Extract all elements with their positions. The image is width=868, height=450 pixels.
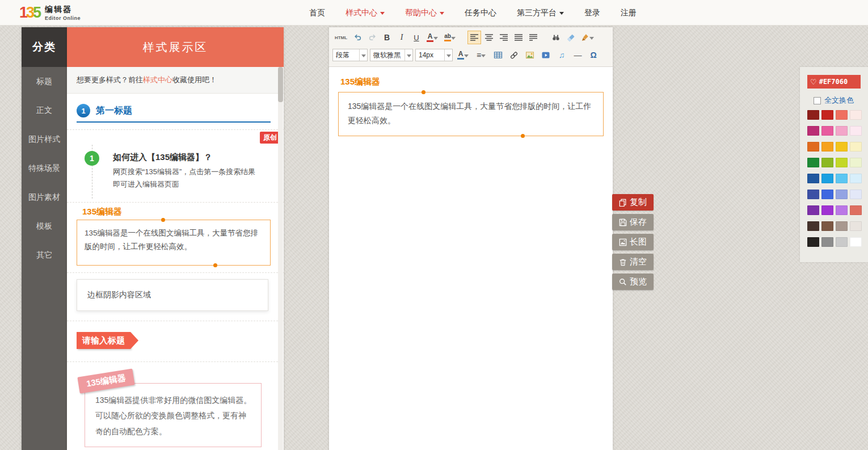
horizontal-rule-button[interactable]: — (571, 48, 584, 62)
style-item-shadow-box[interactable]: 边框阴影内容区域 (77, 279, 268, 311)
nav-item-register[interactable]: 注册 (621, 8, 637, 18)
nav-item-style-center[interactable]: 样式中心 (345, 8, 385, 18)
color-swatch[interactable] (850, 190, 862, 199)
color-swatch[interactable] (821, 221, 833, 231)
color-swatch[interactable] (821, 110, 833, 120)
color-swatch[interactable] (821, 126, 833, 136)
copy-button[interactable]: 复制 (612, 194, 654, 211)
editor-canvas[interactable]: 135编辑器 135编辑器是一个在线图文编辑工具，大量节省您排版的时间，让工作更… (329, 67, 613, 449)
font-size-select[interactable]: 14px (415, 49, 453, 61)
color-swatch[interactable] (836, 158, 848, 167)
drag-handle-top[interactable] (422, 90, 425, 94)
current-color-bar[interactable]: ♡ #EF7060 (807, 75, 861, 89)
nav-item-login[interactable]: 登录 (584, 8, 600, 18)
color-swatch[interactable] (807, 110, 819, 120)
align-justify-button[interactable] (512, 31, 525, 44)
align-right-button[interactable] (497, 31, 511, 44)
long-image-button[interactable]: 长图 (612, 234, 654, 250)
color-swatch[interactable] (836, 237, 848, 247)
line-height-button[interactable]: ≡ (473, 48, 489, 62)
color-swatch[interactable] (850, 110, 862, 120)
insert-music-button[interactable]: ♫ (555, 48, 568, 62)
color-swatch[interactable] (807, 158, 819, 167)
save-button[interactable]: 保存 (612, 214, 654, 230)
align-center-button[interactable] (482, 31, 496, 44)
font-color-button[interactable]: A (424, 31, 440, 44)
highlight-color-button[interactable]: ab (441, 31, 458, 44)
insert-link-button[interactable] (507, 48, 521, 62)
drag-handle-bottom[interactable] (521, 134, 525, 138)
color-swatch[interactable] (807, 237, 819, 247)
nav-item-help-center[interactable]: 帮助中心 (405, 8, 444, 18)
color-swatch[interactable] (850, 142, 862, 152)
color-swatch[interactable] (836, 190, 848, 199)
color-swatch[interactable] (836, 205, 848, 215)
full-text-recolor-toggle[interactable]: 全文换色 (814, 95, 854, 106)
color-swatch[interactable] (836, 110, 848, 120)
color-swatch[interactable] (821, 190, 833, 199)
nav-item-third-party[interactable]: 第三方平台 (517, 8, 564, 18)
insert-video-button[interactable] (539, 48, 553, 62)
color-swatch[interactable] (821, 174, 833, 183)
redo-button[interactable] (365, 31, 379, 44)
color-hex-value[interactable]: #EF7060 (819, 78, 848, 86)
color-swatch[interactable] (836, 142, 848, 152)
recolor-checkbox[interactable] (814, 97, 821, 104)
color-swatch[interactable] (821, 142, 833, 152)
paragraph-format-select[interactable]: 段落 (332, 49, 368, 61)
color-swatch[interactable] (850, 237, 862, 247)
scrollbar-thumb[interactable] (278, 67, 283, 102)
color-swatch[interactable] (821, 158, 833, 167)
color-swatch[interactable] (850, 126, 862, 136)
style-item-ribbon-title[interactable]: 请输入标题 (77, 332, 130, 349)
color-swatch[interactable] (850, 158, 862, 167)
color-swatch[interactable] (807, 205, 819, 215)
color-swatch[interactable] (836, 221, 848, 231)
color-swatch[interactable] (821, 237, 833, 247)
style-center-link[interactable]: 样式中心 (143, 75, 172, 85)
clear-format-button[interactable] (579, 31, 596, 44)
undo-button[interactable] (351, 31, 364, 44)
insert-table-button[interactable] (491, 48, 505, 62)
underline-button[interactable]: U (410, 31, 423, 44)
favorite-heart-icon[interactable]: ♡ (810, 78, 817, 86)
color-swatch[interactable] (850, 174, 862, 183)
sidebar-item-title[interactable]: 标题 (22, 67, 67, 96)
preview-button[interactable]: 预览 (612, 274, 654, 290)
color-swatch[interactable] (807, 142, 819, 152)
content-body[interactable]: 135编辑器是一个在线图文编辑工具，大量节省您排版的时间，让工作更轻松高效。 (348, 102, 591, 125)
find-replace-button[interactable] (549, 31, 563, 44)
color-swatch[interactable] (836, 174, 848, 183)
style-panel-scrollbar[interactable] (278, 67, 283, 450)
indent-button[interactable]: A (455, 48, 471, 62)
color-swatch[interactable] (821, 205, 833, 215)
bold-button[interactable]: B (380, 31, 394, 44)
color-swatch[interactable] (807, 174, 819, 183)
sidebar-item-image-material[interactable]: 图片素材 (22, 183, 67, 212)
nav-item-home[interactable]: 首页 (309, 8, 325, 18)
font-family-select[interactable]: 微软雅黑 (370, 49, 413, 61)
align-left-button[interactable] (467, 31, 481, 44)
clear-button[interactable]: 清空 (612, 254, 654, 270)
html-source-button[interactable]: HTML (332, 31, 349, 44)
sidebar-item-template[interactable]: 模板 (22, 212, 67, 241)
color-swatch[interactable] (807, 126, 819, 136)
selected-style-block[interactable]: 135编辑器是一个在线图文编辑工具，大量节省您排版的时间，让工作更轻松高效。 (338, 92, 604, 136)
sidebar-item-image-style[interactable]: 图片样式 (22, 125, 67, 154)
align-distribute-button[interactable] (526, 31, 540, 44)
sidebar-item-other[interactable]: 其它 (22, 241, 67, 270)
style-item-numbered-heading[interactable]: 1 第一标题 (77, 104, 271, 123)
special-char-button[interactable]: Ω (587, 48, 600, 62)
nav-item-task-center[interactable]: 任务中心 (465, 8, 496, 18)
color-swatch[interactable] (807, 190, 819, 199)
content-title[interactable]: 135编辑器 (340, 77, 380, 87)
color-swatch[interactable] (850, 205, 862, 215)
sidebar-item-body-text[interactable]: 正文 (22, 96, 67, 125)
color-swatch[interactable] (850, 221, 862, 231)
style-item-qa-card[interactable]: 原创 1 如何进入【135编辑器】？ 网页搜索“135编辑器”，点击第一条搜索结… (67, 129, 284, 202)
color-swatch[interactable] (807, 221, 819, 231)
logo[interactable]: 135 编辑器 Editor Online (19, 2, 81, 23)
sidebar-item-special-scene[interactable]: 特殊场景 (22, 154, 67, 183)
eraser-button[interactable] (564, 31, 578, 44)
insert-image-button[interactable] (523, 48, 537, 62)
